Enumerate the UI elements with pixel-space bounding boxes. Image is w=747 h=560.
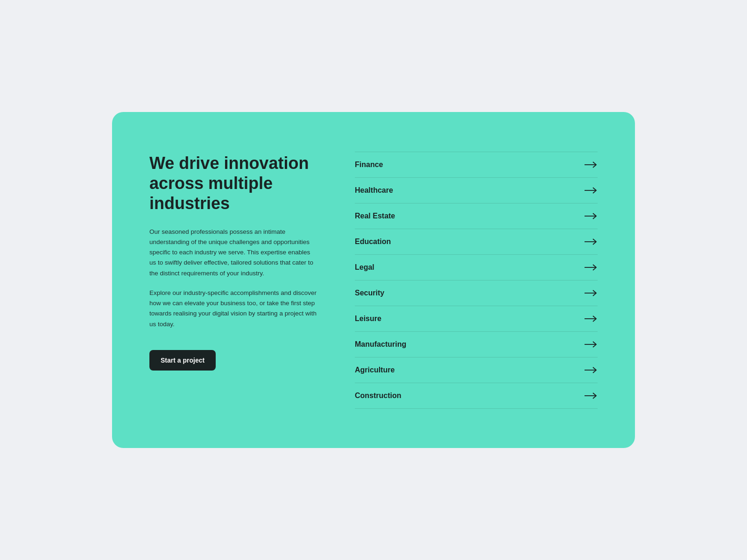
industry-item[interactable]: Real Estate (355, 203, 598, 229)
industries-list: Finance Healthcare Real Estate Education… (355, 149, 598, 411)
industry-name: Real Estate (355, 212, 395, 220)
main-card: We drive innovation across multiple indu… (112, 112, 635, 448)
arrow-icon (585, 187, 598, 194)
industry-name: Manufacturing (355, 340, 406, 349)
arrow-icon (585, 367, 598, 373)
start-project-button[interactable]: Start a project (149, 350, 216, 371)
main-heading: We drive innovation across multiple indu… (149, 153, 317, 214)
industry-name: Agriculture (355, 366, 395, 374)
arrow-icon (585, 341, 598, 348)
description-1: Our seasoned professionals possess an in… (149, 227, 317, 279)
industry-name: Construction (355, 392, 402, 400)
industry-name: Finance (355, 161, 383, 169)
arrow-icon (585, 161, 598, 168)
industry-item[interactable]: Manufacturing (355, 332, 598, 357)
industry-item[interactable]: Healthcare (355, 178, 598, 203)
arrow-icon (585, 315, 598, 322)
industry-item[interactable]: Construction (355, 383, 598, 409)
arrow-icon (585, 392, 598, 399)
arrow-icon (585, 213, 598, 219)
industry-name: Leisure (355, 315, 381, 323)
arrow-icon (585, 290, 598, 296)
description-2: Explore our industry-specific accomplish… (149, 288, 317, 329)
industry-item[interactable]: Legal (355, 255, 598, 280)
industry-name: Healthcare (355, 186, 393, 195)
industry-item[interactable]: Leisure (355, 306, 598, 332)
arrow-icon (585, 264, 598, 271)
industry-item[interactable]: Finance (355, 152, 598, 178)
industry-item[interactable]: Security (355, 280, 598, 306)
industry-item[interactable]: Education (355, 229, 598, 255)
industry-name: Education (355, 238, 391, 246)
industry-item[interactable]: Agriculture (355, 357, 598, 383)
industry-name: Security (355, 289, 384, 297)
left-panel: We drive innovation across multiple indu… (149, 149, 317, 411)
industry-name: Legal (355, 263, 374, 272)
arrow-icon (585, 238, 598, 245)
